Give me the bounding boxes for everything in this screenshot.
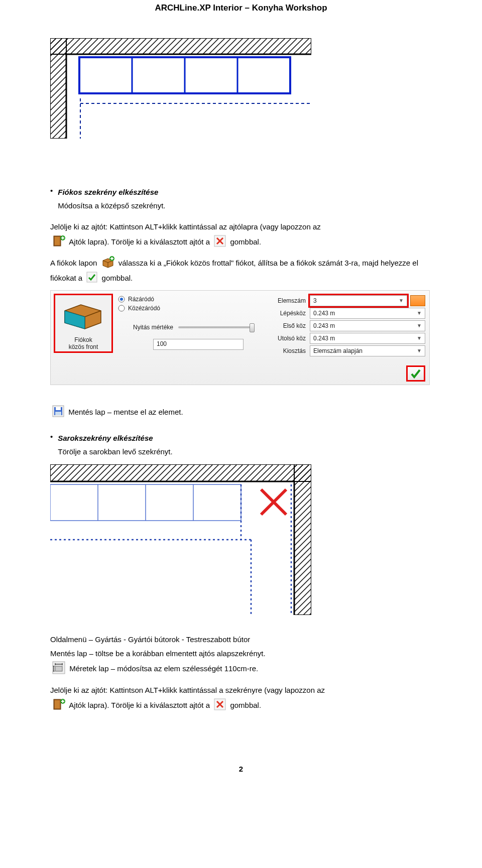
prop-label-utolsokoz: Utolsó köz bbox=[261, 335, 306, 342]
combo-value: 3 bbox=[313, 297, 317, 304]
apply-check-button[interactable] bbox=[406, 365, 425, 382]
text-span: Ajtók lapra). Törölje ki a kiválasztott … bbox=[69, 701, 212, 709]
combo-value: 0.243 m bbox=[313, 335, 335, 342]
section3-p4: Jelölje ki az ajtót: Kattintson ALT+klik… bbox=[50, 684, 432, 696]
kiosztas-combo[interactable]: Elemszám alapján▼ bbox=[310, 345, 425, 356]
combo-value: 0.243 m bbox=[313, 322, 335, 329]
drawer-settings-panel: Fiókok közös front Rázáródó Közézáródó N… bbox=[50, 290, 430, 385]
elsokoz-combo[interactable]: 0.243 m▼ bbox=[310, 320, 425, 331]
prop-label-elemszam: Elemszám bbox=[261, 297, 306, 304]
page-title: ARCHLine.XP Interior – Konyha Workshop bbox=[50, 3, 432, 13]
delete-icon bbox=[214, 235, 226, 250]
svg-rect-1 bbox=[50, 38, 66, 139]
section3-p5: Ajtók lapra). Törölje ki a kiválasztott … bbox=[50, 698, 432, 714]
text-span: A fiókok lapon bbox=[50, 259, 99, 267]
combo-value: 0.243 m bbox=[313, 310, 335, 317]
bullet-dot: • bbox=[50, 431, 53, 443]
page-number: 2 bbox=[50, 765, 432, 773]
section3-p1: Oldalmenü – Gyártás - Gyártói bútorok - … bbox=[50, 634, 432, 645]
thumb-label-2: közös front bbox=[56, 343, 110, 350]
text-span: Mentés lap – mentse el az elemet. bbox=[68, 408, 183, 416]
open-extent-value[interactable]: 100 bbox=[153, 339, 244, 350]
door-add-icon bbox=[52, 698, 65, 714]
door-add-icon bbox=[52, 234, 65, 251]
dimensions-icon bbox=[52, 661, 65, 677]
delete-icon bbox=[214, 698, 226, 713]
text-span: gombbal. bbox=[102, 274, 133, 282]
svg-rect-0 bbox=[50, 38, 311, 54]
svg-point-19 bbox=[120, 298, 123, 301]
svg-rect-25 bbox=[50, 464, 311, 481]
section1-p2: A fiókok lapon válassza ki a „Fiókok köz… bbox=[50, 256, 432, 286]
slider-label: Nyitás mértéke bbox=[118, 324, 173, 331]
section3-p3: Méretek lap – módosítsa az elem szélessé… bbox=[50, 661, 432, 677]
svg-rect-13 bbox=[55, 237, 60, 245]
section1-p1-cont: Ajtók lapra). Törölje ki a kiválasztott … bbox=[50, 234, 432, 251]
elemszam-combo[interactable]: 3▼ bbox=[310, 295, 407, 306]
section2-heading: Sarokszekrény elkészítése bbox=[58, 432, 432, 444]
radio-kozezarodo[interactable]: Közézáródó bbox=[118, 305, 255, 312]
svg-rect-42 bbox=[55, 700, 60, 708]
radio-label: Közézáródó bbox=[128, 305, 160, 312]
text-span: Jelölje ki az ajtót: Kattintson ALT+klik… bbox=[50, 222, 321, 231]
combo-value: Elemszám alapján bbox=[313, 347, 363, 354]
section1-sub: Módosítsa a középső szekrényt. bbox=[58, 200, 432, 211]
utolsokoz-combo[interactable]: 0.243 m▼ bbox=[310, 333, 425, 344]
bullet-dot: • bbox=[50, 185, 53, 197]
prop-label-elsokoz: Első köz bbox=[261, 322, 306, 329]
svg-rect-26 bbox=[294, 464, 311, 615]
floorplan-diagram-2 bbox=[50, 464, 311, 615]
lepeskoz-combo[interactable]: 0.243 m▼ bbox=[310, 308, 425, 319]
section3-p2: Mentés lap – töltse be a korábban elment… bbox=[50, 648, 432, 659]
text-span: gombbal. bbox=[230, 237, 261, 246]
prop-label-lepeskoz: Lépésköz bbox=[261, 310, 306, 317]
radio-label: Rázáródó bbox=[128, 296, 154, 303]
section1-p1: Jelölje ki az ajtót: Kattintson ALT+klik… bbox=[50, 221, 432, 232]
text-span: gombbal. bbox=[230, 701, 261, 709]
svg-point-20 bbox=[118, 305, 125, 311]
radio-razarodo[interactable]: Rázáródó bbox=[118, 296, 255, 303]
save-line: Mentés lap – mentse el az elemet. bbox=[50, 405, 432, 420]
section1-heading: Fiókos szekrény elkészítése bbox=[58, 186, 432, 198]
thumb-label-1: Fiókok bbox=[56, 336, 110, 343]
prop-label-kiosztas: Kiosztás bbox=[261, 347, 306, 354]
open-extent-slider[interactable] bbox=[178, 326, 255, 328]
save-icon bbox=[52, 405, 64, 420]
check-icon bbox=[86, 272, 97, 286]
drawer-add-icon bbox=[101, 256, 114, 272]
elemszam-action-button[interactable] bbox=[410, 295, 425, 306]
svg-rect-23 bbox=[56, 407, 61, 410]
svg-rect-17 bbox=[87, 272, 97, 282]
text-span: Ajtók lapra). Törölje ki a kiválasztott … bbox=[69, 237, 212, 246]
floorplan-diagram-1 bbox=[50, 38, 311, 139]
svg-rect-24 bbox=[55, 412, 61, 415]
section2-sub: Törölje a sarokban levő szekrényt. bbox=[58, 446, 432, 457]
svg-rect-40 bbox=[55, 666, 62, 671]
text-span: Méretek lap – módosítsa az elem szélessé… bbox=[69, 664, 258, 673]
drawer-type-thumbnail[interactable]: Fiókok közös front bbox=[54, 294, 113, 353]
